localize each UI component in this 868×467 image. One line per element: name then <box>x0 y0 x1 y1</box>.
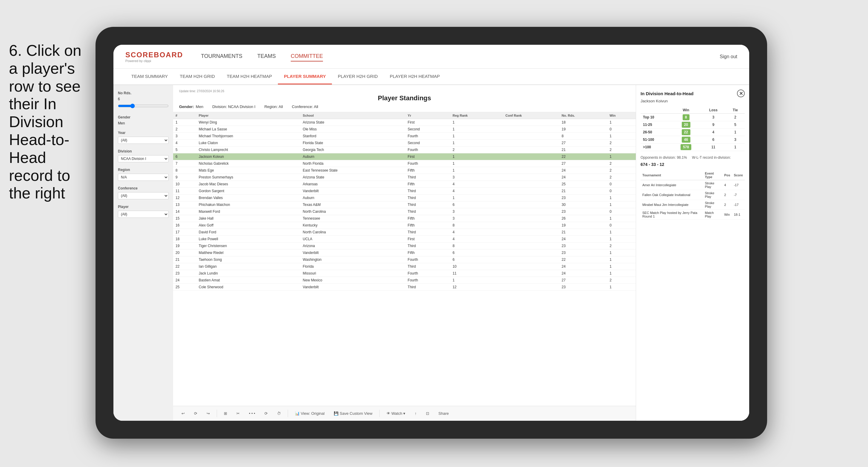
table-row[interactable]: 14 Maxwell Ford North Carolina Third 3 2… <box>173 208 636 215</box>
table-row[interactable]: 21 Taehoon Song Washington Fourth 6 22 1 <box>173 256 636 263</box>
cell-reg-rank: 3 <box>450 208 503 215</box>
sidebar-region: Region N/A <box>118 168 168 181</box>
cell-school: Texas A&M <box>300 201 405 208</box>
table-row[interactable]: 10 Jacob Mac Dieses Arkansas Fifth 4 25 … <box>173 181 636 188</box>
table-row[interactable]: 11 Gordon Sargent Vanderbilt Third 4 21 … <box>173 188 636 194</box>
tab-player-summary[interactable]: PLAYER SUMMARY <box>278 69 332 85</box>
tab-player-h2h-grid[interactable]: PLAYER H2H GRID <box>332 69 384 85</box>
player-table-wrap: # Player School Yr Reg Rank Conf Rank No… <box>173 112 636 406</box>
sidebar-player-select[interactable]: (All) <box>118 211 168 218</box>
sidebar-division: Division NCAA Division I <box>118 149 168 162</box>
cell-rank: 14 <box>173 208 196 215</box>
table-row[interactable]: 2 Michael La Sasse Ole Miss Second 1 19 … <box>173 126 636 133</box>
table-row[interactable]: 12 Brendan Valles Auburn Third 1 23 1 <box>173 194 636 201</box>
cell-conf-rank <box>503 181 559 188</box>
cell-player: Jack Lundin <box>196 270 300 277</box>
upload-button[interactable]: ↑ <box>412 410 419 417</box>
cell-win: 1 <box>607 153 636 160</box>
cut-button[interactable]: ✂ <box>234 410 242 417</box>
sign-out-link[interactable]: Sign out <box>720 54 737 59</box>
view-original-button[interactable]: 📊 View: Original <box>292 410 327 417</box>
table-row[interactable]: 16 Alex Goff Kentucky Fifth 8 19 0 <box>173 222 636 229</box>
sidebar-conference-label: Conference <box>118 186 168 190</box>
table-row[interactable]: 9 Preston Summerhays Arizona State Third… <box>173 174 636 181</box>
table-row[interactable]: 5 Christo Lamprecht Georgia Tech Fourth … <box>173 147 636 153</box>
cell-no-rds: 27 <box>559 277 608 284</box>
nav-tournaments[interactable]: TOURNAMENTS <box>201 52 242 61</box>
nav-teams[interactable]: TEAMS <box>257 52 276 61</box>
cell-yr: First <box>405 153 450 160</box>
h2h-close-button[interactable]: ✕ <box>737 90 745 97</box>
table-row[interactable]: 18 Luke Powell UCLA First 4 24 1 <box>173 236 636 243</box>
no-rds-slider[interactable] <box>118 103 168 108</box>
timer-button[interactable]: ⏱ <box>275 410 283 417</box>
tab-player-h2h-heatmap[interactable]: PLAYER H2H HEATMAP <box>384 69 446 85</box>
forward-button[interactable]: ↪ <box>204 410 212 417</box>
nav-committee[interactable]: COMMITTEE <box>291 52 323 61</box>
cell-win: 1 <box>607 194 636 201</box>
sidebar-conference-select[interactable]: (All) <box>118 192 168 199</box>
col-tournament-name: Mirabel Maui Jim Intercollegiate <box>641 200 703 210</box>
sidebar-division-select[interactable]: NCAA Division I <box>118 155 168 162</box>
cell-yr: Second <box>405 139 450 147</box>
h2h-table-row: 26-50 22 4 1 <box>641 129 745 136</box>
grid-icon-button[interactable]: ⊡ <box>424 410 432 417</box>
table-row[interactable]: 19 Tiger Christensen Arizona Third 8 23 … <box>173 243 636 249</box>
sidebar-year-select[interactable]: (All) <box>118 137 168 144</box>
table-row[interactable]: 3 Michael Thorbjornsen Stanford Fourth 1… <box>173 133 636 139</box>
sub-nav: TEAM SUMMARY TEAM H2H GRID TEAM H2H HEAT… <box>114 69 749 85</box>
cell-conf-rank <box>503 263 559 270</box>
cell-player: Michael Thorbjornsen <box>196 133 300 139</box>
cell-yr: Fourth <box>405 256 450 263</box>
col-pos-val: 2 <box>722 200 732 210</box>
cell-rank: 24 <box>173 277 196 284</box>
table-row[interactable]: 25 Cole Sherwood Vanderbilt Third 12 23 … <box>173 284 636 291</box>
refresh-button[interactable]: ⟳ <box>262 410 270 417</box>
cell-player: Mats Ege <box>196 167 300 174</box>
table-row[interactable]: 22 Ian Gilligan Florida Third 10 24 1 <box>173 263 636 270</box>
cell-player: Luke Powell <box>196 236 300 243</box>
cell-player: Maxwell Ford <box>196 208 300 215</box>
table-row[interactable]: 8 Mats Ege East Tennessee State Fifth 1 … <box>173 167 636 174</box>
dots-button[interactable]: • • • <box>247 410 257 417</box>
save-custom-view-button[interactable]: 💾 Save Custom View <box>331 410 375 417</box>
table-row[interactable]: 6 Jackson Koivun Auburn First 1 22 1 <box>173 153 636 160</box>
table-row[interactable]: 1 Wenyi Ding Arizona State First 1 18 1 <box>173 119 636 126</box>
sidebar-region-select[interactable]: N/A <box>118 174 168 181</box>
cell-conf-rank <box>503 188 559 194</box>
cell-player: Christo Lamprecht <box>196 147 300 153</box>
cell-player: Jake Hall <box>196 215 300 222</box>
nav-links: TOURNAMENTS TEAMS COMMITTEE <box>201 52 720 61</box>
table-row[interactable]: 23 Jack Lundin Missouri Fourth 11 24 1 <box>173 270 636 277</box>
tab-team-h2h-heatmap[interactable]: TEAM H2H HEATMAP <box>221 69 278 85</box>
region-value: Region: All <box>265 104 283 109</box>
cell-school: Auburn <box>300 153 405 160</box>
cell-reg-rank: 1 <box>450 160 503 167</box>
table-row[interactable]: 15 Jake Hall Tennessee Fifth 3 26 1 <box>173 215 636 222</box>
undo-button[interactable]: ↩ <box>179 410 187 417</box>
cell-reg-rank: 1 <box>450 119 503 126</box>
cell-win: 1 <box>607 284 636 291</box>
tab-team-summary[interactable]: TEAM SUMMARY <box>125 69 174 85</box>
table-row[interactable]: 20 Matthew Riedel Vanderbilt Fifth 6 23 … <box>173 249 636 256</box>
grid-view-button[interactable]: ⊞ <box>221 410 229 417</box>
table-row[interactable]: 7 Nicholas Gabrelick North Florida Fourt… <box>173 160 636 167</box>
table-row[interactable]: 4 Luke Claton Florida State Second 1 27 … <box>173 139 636 147</box>
table-row[interactable]: 13 Phichakun Maichon Texas A&M Third 6 3… <box>173 201 636 208</box>
col-score-val: -17 <box>732 200 745 210</box>
share-button[interactable]: Share <box>436 410 451 417</box>
tournament-row: Fallen Oak Collegiate Invitational Strok… <box>641 190 745 200</box>
cell-yr: Fourth <box>405 147 450 153</box>
cell-conf-rank <box>503 160 559 167</box>
cell-school: Kentucky <box>300 222 405 229</box>
cell-rank: 21 <box>173 256 196 263</box>
table-row[interactable]: 24 Bastien Amat New Mexico Fourth 1 27 2 <box>173 277 636 284</box>
tab-team-h2h-grid[interactable]: TEAM H2H GRID <box>174 69 221 85</box>
cell-reg-rank: 1 <box>450 133 503 139</box>
redo-button[interactable]: ⟳ <box>192 410 200 417</box>
cell-yr: Fourth <box>405 160 450 167</box>
cell-conf-rank <box>503 201 559 208</box>
table-row[interactable]: 17 David Ford North Carolina Third 4 21 … <box>173 229 636 236</box>
cell-yr: Fourth <box>405 277 450 284</box>
watch-button[interactable]: 👁 Watch ▾ <box>384 410 408 417</box>
